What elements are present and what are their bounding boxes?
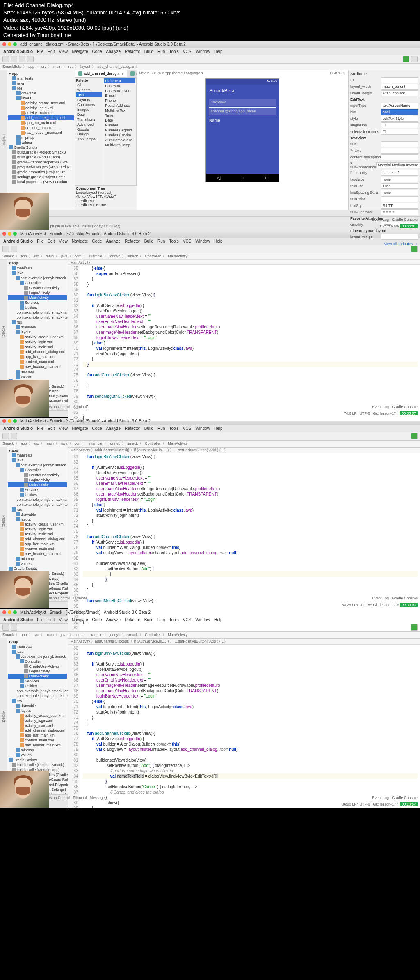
menu-item[interactable]: Analyze: [106, 239, 121, 243]
component-tree[interactable]: Component Tree LinearLayout (vertical) A…: [75, 185, 137, 210]
menu-item[interactable]: Run: [158, 239, 165, 243]
run-button[interactable]: [403, 56, 409, 62]
tree-item[interactable]: layout: [8, 517, 67, 522]
menu-item[interactable]: View: [59, 617, 68, 622]
phone-name-label[interactable]: Name: [206, 117, 279, 124]
editor-tab[interactable]: add_channel_dialog.xml: [75, 70, 127, 77]
gradle-console[interactable]: Gradle Console: [392, 218, 418, 222]
menu-item[interactable]: Run: [158, 617, 165, 622]
palette-items[interactable]: Plain TextPasswordPassword (NumE-mailPho…: [103, 78, 137, 185]
tree-item[interactable]: nav_header_main.xml: [8, 364, 67, 369]
menu-item[interactable]: Edit: [48, 426, 55, 431]
tree-item[interactable]: com.example.jonnyb.smack (androidTest): [8, 689, 67, 693]
tree-item[interactable]: java: [8, 458, 67, 463]
tree-item[interactable]: manifests: [8, 644, 67, 649]
design-canvas[interactable]: Nexus 6 ▾ 26 ▾ AppTheme Language ▾ ⊖ 45%…: [137, 70, 348, 210]
menu-item[interactable]: VCS: [183, 426, 192, 431]
tree-item[interactable]: add_channel_dialog.xml: [8, 115, 74, 120]
palette-categories[interactable]: PaletteAllWidgetsTextLayoutsContainersIm…: [75, 78, 103, 185]
tree-item[interactable]: Services: [8, 487, 67, 492]
tree-item[interactable]: activity_login.xml: [8, 106, 74, 110]
tree-item[interactable]: MainActivity: [8, 295, 67, 300]
attributes-panel[interactable]: AttributesIDlayout_widthmatch_parentlayo…: [348, 70, 420, 210]
menu-item[interactable]: Analyze: [106, 426, 121, 431]
canvas-toolbar[interactable]: Nexus 6 ▾ 26 ▾ AppTheme Language ▾ ⊖ 45%…: [137, 71, 347, 78]
project-tree[interactable]: ▾ appmanifestsjavaresdrawablelayoutactiv…: [7, 70, 75, 210]
tree-item[interactable]: Gradle Scripts: [8, 566, 67, 571]
tree-item[interactable]: add_channel_dialog.xml: [8, 537, 67, 542]
menu-item[interactable]: Refactor: [125, 617, 140, 622]
tree-item[interactable]: com.example.jonnyb.smack (test): [8, 502, 67, 507]
titlebar[interactable]: add_channel_dialog.xml - SmackBeta - [~/…: [0, 41, 420, 48]
menu-item[interactable]: VCS: [183, 617, 192, 622]
phone-textview[interactable]: TextView: [209, 99, 276, 106]
menu-navigate[interactable]: Navigate: [72, 49, 88, 54]
menu-item[interactable]: Tools: [169, 426, 178, 431]
tree-item[interactable]: com.example.jonnyb.smack (androidTest): [8, 497, 67, 502]
menu-tools[interactable]: Tools: [169, 49, 178, 54]
save-button[interactable]: [11, 56, 17, 62]
undo-button[interactable]: [19, 56, 25, 62]
menu-item[interactable]: Code: [92, 239, 102, 243]
tree-item[interactable]: com.example.jonnyb.smack: [8, 654, 67, 659]
menu-item[interactable]: Build: [144, 426, 153, 431]
tree-item[interactable]: res: [8, 320, 67, 325]
menu-build[interactable]: Build: [144, 49, 153, 54]
tree-item[interactable]: Gradle Scripts: [8, 145, 74, 150]
tree-item[interactable]: activity_login.xml: [8, 718, 67, 723]
menu-vcs[interactable]: VCS: [183, 49, 192, 54]
tree-item[interactable]: gradle.properties (Project Pro: [8, 170, 74, 174]
tree-item[interactable]: com.example.jonnyb.smack (androidTest): [8, 310, 67, 315]
menu-item[interactable]: VCS: [183, 239, 192, 243]
tree-item[interactable]: java: [8, 649, 67, 654]
tree-item[interactable]: activity_login.xml: [8, 527, 67, 532]
menu-item[interactable]: Window: [195, 426, 210, 431]
tree-item[interactable]: content_main.xml: [8, 546, 67, 551]
menu-item[interactable]: Edit: [48, 617, 55, 622]
phone-preview[interactable]: ▾▴ 8:00 SmackBeta TextView channel @stri…: [205, 78, 279, 182]
tree-item[interactable]: app_bar_main.xml: [8, 542, 67, 546]
tree-item[interactable]: LoginActivity: [8, 290, 67, 295]
tree-item[interactable]: drawable: [8, 325, 67, 330]
tree-item[interactable]: content_main.xml: [8, 359, 67, 364]
menu-item[interactable]: Tools: [169, 239, 178, 243]
menu-refactor[interactable]: Refactor: [125, 49, 140, 54]
menu-item[interactable]: Analyze: [106, 617, 121, 622]
code-editor[interactable]: 60 61 62 63 64 65 66 67 68 69 70 71 72 7…: [68, 645, 420, 808]
tree-item[interactable]: manifests: [8, 76, 74, 81]
tree-item[interactable]: MainActivity: [8, 482, 67, 487]
tree-item[interactable]: activity_login.xml: [8, 340, 67, 344]
tree-item[interactable]: values: [8, 140, 74, 145]
tree-item[interactable]: MainActivity: [8, 674, 67, 679]
tree-item[interactable]: proguard-rules.pro (ProGuard R: [8, 165, 74, 170]
tree-item[interactable]: activity_main.xml: [8, 723, 67, 728]
menu-item[interactable]: Refactor: [125, 239, 140, 243]
tree-item[interactable]: com.example.jonnyb.smack: [8, 463, 67, 468]
breadcrumb[interactable]: SmackBeta〉 app〉 src〉 main〉 res〉 layout〉 …: [0, 64, 420, 70]
tree-item[interactable]: nav_header_main.xml: [8, 743, 67, 748]
tree-item[interactable]: gradle-wrapper.properties (Gra: [8, 160, 74, 165]
menu-item[interactable]: Window: [195, 617, 210, 622]
tree-item[interactable]: Utilities: [8, 684, 67, 689]
tree-item[interactable]: drawable: [8, 512, 67, 517]
menu-help[interactable]: Help: [214, 49, 223, 54]
menu-item[interactable]: Window: [195, 239, 210, 243]
tree-item[interactable]: Controller: [8, 468, 67, 473]
tree-item[interactable]: add_channel_dialog.xml: [8, 349, 67, 354]
tree-item[interactable]: content_main.xml: [8, 738, 67, 743]
left-rail[interactable]: Project: [0, 70, 7, 210]
menu-item[interactable]: View: [59, 426, 68, 431]
tree-item[interactable]: Services: [8, 679, 67, 684]
tree-item[interactable]: content_main.xml: [8, 125, 74, 130]
tree-item[interactable]: app_bar_main.xml: [8, 354, 67, 359]
close-button[interactable]: [2, 42, 6, 46]
menu-item[interactable]: Build: [144, 617, 153, 622]
menu-file[interactable]: File: [37, 49, 43, 54]
menu-item[interactable]: File: [37, 239, 43, 243]
tree-item[interactable]: Gradle Scripts: [8, 757, 67, 762]
maximize-button[interactable]: [13, 42, 17, 46]
menu-item[interactable]: Code: [92, 426, 102, 431]
menu-item[interactable]: Help: [214, 617, 223, 622]
menu-item[interactable]: Run: [158, 426, 165, 431]
menu-analyze[interactable]: Analyze: [106, 49, 121, 54]
